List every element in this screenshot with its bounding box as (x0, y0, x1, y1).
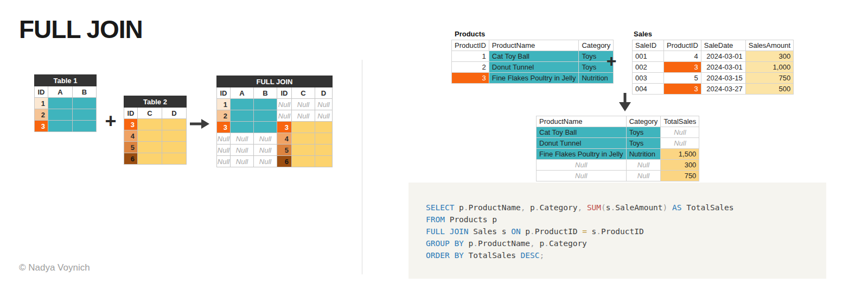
table-cell: 6 (277, 156, 292, 167)
column-header: SaleDate (701, 40, 745, 51)
table-cell (48, 109, 73, 121)
column-header: ID (35, 86, 48, 98)
table-cell: 001 (633, 51, 664, 62)
table-cell (162, 130, 187, 142)
table-row: NullNull300 (537, 160, 699, 171)
arrow-down-icon (617, 93, 633, 111)
column-header: A (48, 86, 73, 98)
table-cell: Donut Tunnel (537, 138, 627, 149)
table-row: Fine Flakes Poultry in JellyNutrition1,5… (537, 149, 699, 160)
table-row: 2Donut TunnelToys (452, 62, 614, 73)
table-cell: Null (217, 133, 231, 145)
table-cell: Null (315, 99, 333, 110)
column-header: ProductID (664, 40, 701, 51)
table-cell: 5 (664, 73, 701, 84)
table-cell (254, 122, 277, 133)
table-cell: Null (231, 133, 254, 145)
table-cell: 6 (124, 153, 138, 165)
table-cell (138, 153, 162, 165)
table-row: 00142024-03-01300 (633, 51, 794, 62)
table-row: Cat Toy BallToysNull (537, 127, 699, 138)
table-cell: Null (277, 99, 292, 110)
table-cell: 3 (664, 62, 701, 73)
arrow-right-icon (190, 119, 209, 129)
table-cell: 4 (664, 51, 701, 62)
table-row: Donut TunnelToysNull (537, 138, 699, 149)
table-cell: Toys (626, 138, 661, 149)
table-cell (162, 142, 187, 153)
divider-line (362, 60, 362, 274)
table-cell: Fine Flakes Poultry in Jelly (537, 149, 627, 160)
table-row: 33 (217, 122, 333, 133)
table-cell: Null (292, 110, 315, 122)
table-cell (315, 133, 333, 145)
table-cell: Null (254, 145, 277, 156)
table-row: 2 (35, 109, 97, 121)
table-cell: Nutrition (626, 149, 661, 160)
table-cell: 3 (217, 122, 231, 133)
table-cell: 5 (277, 145, 292, 156)
table-cell (315, 156, 333, 167)
sql-line: ORDER BY TotalSales DESC; (426, 249, 826, 261)
table-banner: Table 2 (124, 96, 187, 108)
table-cell (315, 122, 333, 133)
table-row: 5 (124, 142, 187, 153)
table-cell (254, 99, 277, 110)
table-cell (292, 156, 315, 167)
table-cell (231, 110, 254, 122)
copyright: © Nadya Voynich (19, 262, 90, 273)
table-cell: 2 (35, 109, 48, 121)
table-cell: Nutrition (579, 73, 614, 84)
table-cell: 1,000 (745, 62, 793, 73)
table-cell: 300 (745, 51, 793, 62)
table-cell: 003 (633, 73, 664, 84)
table-cell: 3 (664, 84, 701, 95)
table-cell (231, 122, 254, 133)
table-cell: Null (661, 138, 699, 149)
table-cell: Cat Toy Ball (489, 51, 579, 62)
column-header: SalesAmount (745, 40, 793, 51)
table-cell (292, 133, 315, 145)
column-header: ProductName (537, 116, 627, 127)
table-cell: Null (315, 110, 333, 122)
table-banner: FULL JOIN (217, 76, 333, 87)
table-cell: 750 (745, 73, 793, 84)
column-header: ID (277, 87, 292, 99)
table-cell: 3 (35, 121, 48, 132)
table-row: 2NullNullNull (217, 110, 333, 122)
table-cell: Null (537, 160, 627, 171)
table-cell (292, 145, 315, 156)
column-header: B (73, 86, 97, 98)
slide-canvas: FULL JOIN Table 1IDAB123 + Table 2IDCD34… (0, 0, 868, 295)
table-cell (138, 119, 162, 130)
table-cell (254, 110, 277, 122)
table-cell (138, 130, 162, 142)
table-cell: Null (292, 99, 315, 110)
table-cell: 4 (124, 130, 138, 142)
table-cell: Null (231, 156, 254, 167)
table-row: NullNullNull4 (217, 133, 333, 145)
sql-line: FROM Products p (426, 214, 826, 225)
column-header: C (292, 87, 315, 99)
sql-line: SELECT p.ProductName, p.Category, SUM(s.… (426, 202, 826, 214)
table-cell: 1 (217, 99, 231, 110)
table-cell (48, 98, 73, 109)
sql-line: GROUP BY p.ProductName, p.Category (426, 237, 826, 249)
table-cell: Null (537, 171, 627, 181)
table-cell: 1,500 (661, 149, 699, 160)
table-cell: 002 (633, 62, 664, 73)
diagram-full-join-table: FULL JOINIDABIDCD1NullNullNull2NullNullN… (216, 76, 333, 167)
table-cell: Cat Toy Ball (537, 127, 627, 138)
table-cell (162, 153, 187, 165)
column-header: SaleID (633, 40, 664, 51)
table-cell (73, 98, 97, 109)
diagram-table-1: Table 1IDAB123 (34, 74, 97, 132)
sql-line: FULL JOIN Sales s ON p.ProductID = s.Pro… (426, 225, 826, 237)
column-header: Category (579, 40, 614, 51)
column-header: ProductName (489, 40, 579, 51)
table-cell (138, 142, 162, 153)
table-cell: Donut Tunnel (489, 62, 579, 73)
table-cell: Null (254, 156, 277, 167)
column-header: ID (124, 108, 138, 119)
column-header: B (254, 87, 277, 99)
